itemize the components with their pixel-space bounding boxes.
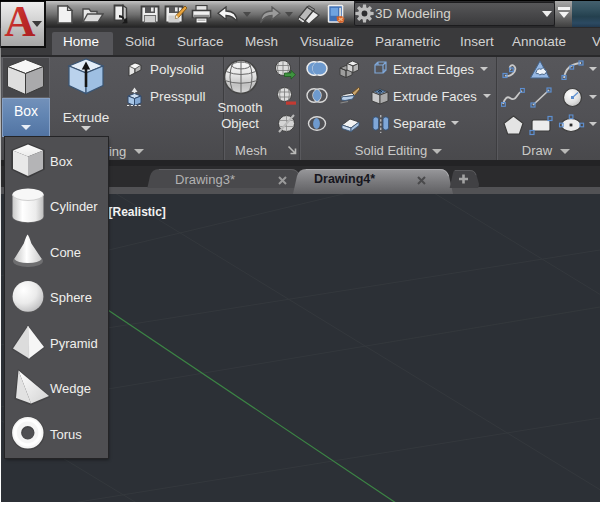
svg-text:Pyramid: Pyramid <box>50 336 98 351</box>
svg-text:Sphere: Sphere <box>50 290 92 305</box>
svg-text:Wedge: Wedge <box>50 381 91 396</box>
svg-text:A: A <box>4 2 35 40</box>
svg-text:Torus: Torus <box>50 427 82 442</box>
svg-text:Cylinder: Cylinder <box>50 199 98 214</box>
svg-text:Cone: Cone <box>50 245 81 260</box>
svg-text:Box: Box <box>50 154 73 169</box>
